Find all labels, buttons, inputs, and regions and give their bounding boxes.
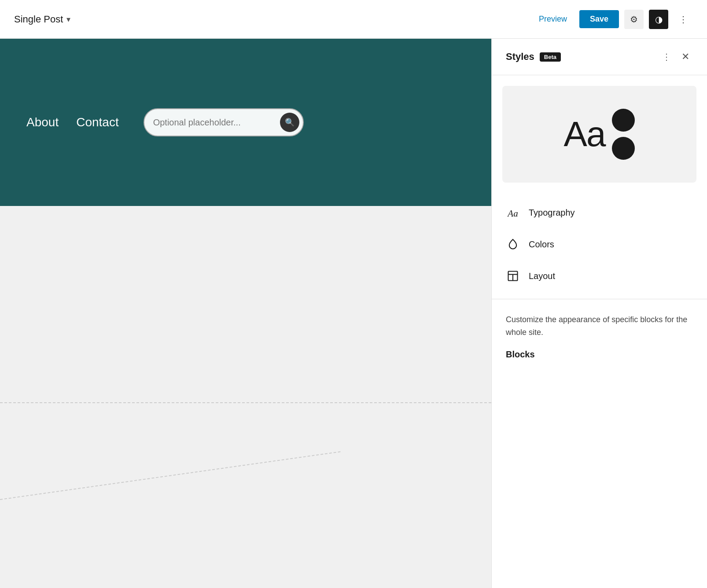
page-title: Single Post [14, 14, 63, 25]
chevron-down-icon[interactable]: ▾ [66, 15, 70, 24]
top-bar-right: Preview Save ⚙ ◑ ⋮ [532, 10, 693, 29]
canvas-content [0, 206, 491, 588]
panel-title: Styles [506, 51, 534, 62]
top-bar: Single Post ▾ Preview Save ⚙ ◑ ⋮ [0, 0, 707, 39]
save-button[interactable]: Save [579, 10, 619, 28]
panel-header-left: Styles Beta [506, 51, 561, 62]
gear-icon: ⚙ [630, 14, 638, 25]
blocks-description: Customize the appearance of specific blo… [506, 313, 693, 339]
nav-link-contact[interactable]: Contact [76, 115, 119, 129]
theme-icon: ◑ [655, 14, 663, 25]
typography-icon: Aa [506, 206, 520, 220]
canvas-area: About Contact 🔍 [0, 39, 491, 588]
blocks-label[interactable]: Blocks [506, 349, 535, 359]
search-submit-button[interactable]: 🔍 [280, 113, 299, 132]
search-bar: 🔍 [144, 108, 304, 136]
layout-label: Layout [529, 271, 555, 281]
style-preview-dots [612, 109, 635, 160]
nav-link-about[interactable]: About [26, 115, 59, 129]
panel-header-right: ⋮ ✕ [659, 49, 693, 64]
menu-item-colors[interactable]: Colors [492, 228, 707, 260]
main-layout: About Contact 🔍 Styles Beta ⋮ ✕ [0, 39, 707, 588]
style-preview-text: Aa [564, 114, 605, 154]
styles-panel: Styles Beta ⋮ ✕ Aa Aa [491, 39, 707, 588]
more-options-button[interactable]: ⋮ [674, 10, 693, 29]
layout-icon [506, 269, 520, 283]
style-preview-card: Aa [502, 86, 696, 183]
search-input[interactable] [153, 118, 276, 128]
colors-icon [506, 237, 520, 251]
panel-more-button[interactable]: ⋮ [659, 50, 674, 64]
site-header: About Contact 🔍 [0, 39, 491, 206]
colors-label: Colors [529, 239, 554, 250]
settings-button[interactable]: ⚙ [624, 10, 644, 29]
panel-footer: Customize the appearance of specific blo… [492, 299, 707, 374]
beta-badge: Beta [540, 52, 561, 62]
panel-close-button[interactable]: ✕ [678, 49, 693, 64]
dashed-border-diagonal [0, 451, 341, 500]
panel-header: Styles Beta ⋮ ✕ [492, 39, 707, 75]
dashed-border-horizontal [0, 402, 491, 403]
search-icon: 🔍 [285, 118, 295, 127]
panel-menu: Aa Typography Colors [492, 190, 707, 299]
svg-text:Aa: Aa [507, 208, 518, 219]
menu-item-layout[interactable]: Layout [492, 260, 707, 292]
menu-item-typography[interactable]: Aa Typography [492, 197, 707, 228]
preview-button[interactable]: Preview [532, 11, 574, 27]
more-icon: ⋮ [679, 14, 688, 25]
color-dot-primary [612, 109, 635, 132]
theme-toggle-button[interactable]: ◑ [649, 10, 668, 29]
typography-label: Typography [529, 208, 575, 218]
color-dot-secondary [612, 137, 635, 160]
top-bar-left: Single Post ▾ [14, 14, 70, 25]
